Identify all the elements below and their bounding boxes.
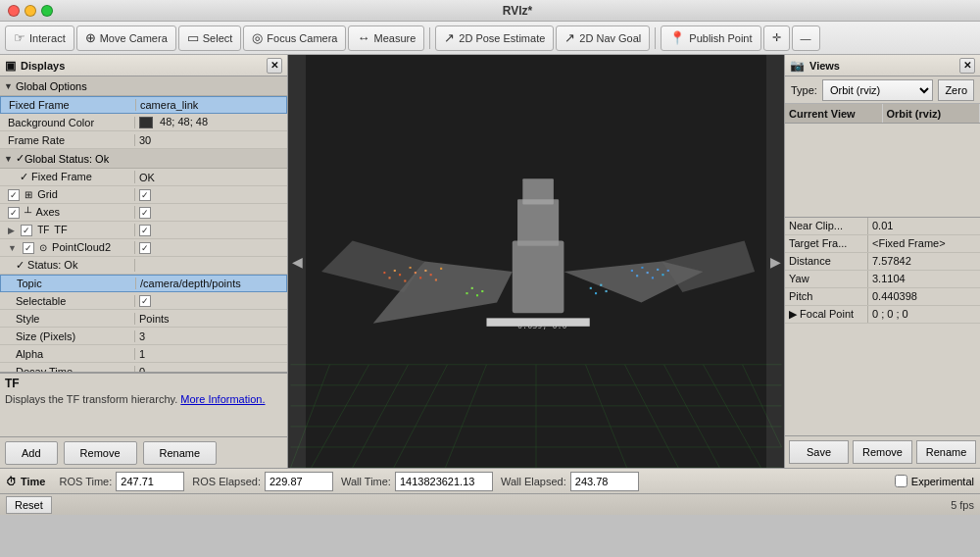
pc-status-row[interactable]: ✓ Status: Ok [0, 257, 287, 275]
fixed-frame-status-row[interactable]: ✓ Fixed Frame OK [0, 169, 287, 186]
grid-row[interactable]: ⊞ Grid [0, 186, 287, 204]
selectable-label: Selectable [0, 295, 135, 307]
views-close-button[interactable]: ✕ [959, 58, 975, 74]
remove-button[interactable]: Remove [64, 441, 137, 465]
views-remove-button[interactable]: Remove [853, 440, 912, 464]
global-options-row[interactable]: ▼ Global Options [0, 76, 287, 96]
frame-rate-label: Frame Rate [0, 134, 135, 146]
pose-estimate-button[interactable]: ↗ 2D Pose Estimate [435, 25, 554, 51]
publish-point-icon: 📍 [669, 30, 685, 45]
bg-color-label: Background Color [0, 117, 135, 128]
more-info-link[interactable]: More Information. [180, 393, 265, 405]
ros-time-group: ROS Time: 247.71 [59, 472, 184, 491]
time-section-header: ⏱ Time [6, 476, 45, 487]
time-right: Experimental [895, 475, 974, 487]
interact-button[interactable]: ☞ Interact [5, 25, 74, 51]
global-status-row[interactable]: ▼ ✓ Global Status: Ok [0, 149, 287, 169]
nav-goal-label: 2D Nav Goal [579, 32, 641, 44]
maximize-button[interactable] [41, 5, 53, 17]
experimental-check[interactable]: Experimental [895, 475, 974, 487]
frame-rate-row[interactable]: Frame Rate 30 [0, 131, 287, 149]
ros-elapsed-label: ROS Elapsed: [192, 476, 261, 487]
alpha-row[interactable]: Alpha 1 [0, 345, 287, 363]
nav-goal-icon: ↗ [564, 30, 575, 45]
selectable-row[interactable]: Selectable [0, 292, 287, 310]
col-current-view: Current View [785, 104, 883, 123]
measure-button[interactable]: ↔ Measure [348, 25, 424, 51]
decay-time-row[interactable]: Decay Time 0 [0, 363, 287, 372]
views-rename-button[interactable]: Rename [916, 440, 976, 464]
size-pixels-row[interactable]: Size (Pixels) 3 [0, 328, 287, 345]
reset-button[interactable]: Reset [6, 496, 52, 514]
3d-view[interactable]: ◀ ▶ [288, 55, 784, 468]
selectable-check[interactable] [139, 295, 151, 307]
focal-point-row[interactable]: ▶ Focal Point 0 ; 0 ; 0 [785, 306, 980, 324]
global-options-arrow: ▼ [4, 81, 13, 91]
displays-close-button[interactable]: ✕ [267, 58, 282, 74]
topic-value: /camera/depth/points [136, 278, 286, 289]
svg-rect-40 [641, 267, 643, 269]
pointcloud-check[interactable] [139, 242, 151, 254]
rename-button[interactable]: Rename [143, 441, 218, 465]
displays-icon: ▣ [5, 59, 16, 73]
views-zero-button[interactable]: Zero [938, 79, 974, 101]
info-panel: TF Displays the TF transform hierarchy. … [0, 373, 287, 436]
size-pixels-value: 3 [135, 330, 287, 342]
grid-check[interactable] [139, 189, 151, 201]
bg-color-row[interactable]: Background Color 48; 48; 48 [0, 114, 287, 131]
add-button[interactable]: Add [5, 441, 58, 465]
views-type-label: Type: [791, 84, 817, 96]
displays-title: Displays [21, 60, 65, 72]
measure-icon: ↔ [357, 30, 369, 45]
tf-visibility-check[interactable] [21, 225, 32, 236]
left-arrow[interactable]: ◀ [288, 55, 306, 468]
interact-icon: ☞ [14, 30, 25, 45]
style-row[interactable]: Style Points [0, 310, 287, 328]
yaw-row[interactable]: Yaw 3.1104 [785, 271, 980, 288]
pointcloud-row[interactable]: ▼ ⊙ PointCloud2 [0, 239, 287, 257]
pitch-row[interactable]: Pitch 0.440398 [785, 288, 980, 306]
info-description: Displays the TF transform hierarchy. Mor… [0, 393, 287, 405]
pointcloud-label: ▼ ⊙ PointCloud2 [0, 241, 135, 254]
grid-visibility-check[interactable] [8, 189, 20, 201]
svg-rect-32 [415, 272, 416, 274]
views-save-button[interactable]: Save [789, 440, 849, 464]
topic-row[interactable]: Topic /camera/depth/points [0, 275, 287, 292]
measure-label: Measure [373, 32, 416, 44]
pointcloud-visibility-check[interactable] [23, 242, 34, 254]
move-camera-button[interactable]: ⊕ Move Camera [76, 25, 176, 51]
axes-row[interactable]: ┴ Axes [0, 204, 287, 222]
views-type-select[interactable]: Orbit (rviz) [822, 79, 933, 101]
fixed-frame-row[interactable]: Fixed Frame camera_link [0, 96, 287, 114]
near-clip-row[interactable]: Near Clip... 0.01 [785, 218, 980, 235]
distance-row[interactable]: Distance 7.57842 [785, 253, 980, 271]
experimental-checkbox[interactable] [895, 475, 907, 487]
tf-check[interactable] [139, 225, 151, 236]
views-table-header: Current View Orbit (rviz) [785, 104, 980, 124]
style-label: Style [0, 313, 135, 325]
axes-visibility-check[interactable] [8, 207, 20, 219]
minimize-button[interactable] [24, 5, 36, 17]
tf-value [135, 224, 287, 236]
nav-goal-button[interactable]: ↗ 2D Nav Goal [556, 25, 650, 51]
target-frame-row[interactable]: Target Fra... <Fixed Frame> [785, 235, 980, 253]
distance-label: Distance [785, 253, 868, 270]
frame-rate-value: 30 [135, 134, 287, 146]
extra-button-2[interactable]: — [792, 25, 820, 51]
tf-row[interactable]: ▶ TF TF [0, 222, 287, 239]
distance-value: 7.57842 [868, 253, 980, 270]
publish-point-button[interactable]: 📍 Publish Point [661, 25, 760, 51]
axes-check[interactable] [139, 207, 151, 219]
svg-rect-42 [652, 277, 654, 278]
svg-rect-53 [606, 290, 608, 292]
views-bottom-buttons: Save Remove Rename [785, 435, 980, 468]
displays-tree[interactable]: ▼ Global Options Fixed Frame camera_link… [0, 76, 287, 372]
extra-icon-2: — [801, 32, 811, 44]
close-button[interactable] [8, 5, 20, 17]
right-arrow[interactable]: ▶ [766, 55, 784, 468]
select-button[interactable]: ▭ Select [178, 25, 242, 51]
focus-camera-button[interactable]: ◎ Focus Camera [243, 25, 346, 51]
fixed-frame-status-value: OK [135, 172, 287, 183]
views-icon: 📷 [790, 59, 805, 73]
extra-button-1[interactable]: ✛ [763, 25, 790, 51]
